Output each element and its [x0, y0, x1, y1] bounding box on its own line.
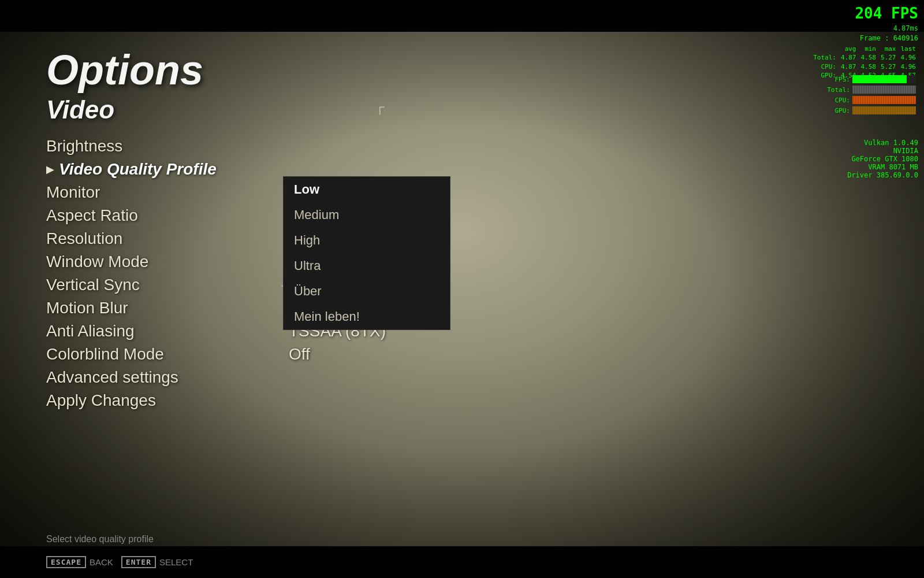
gpu-graph-row: GPU: [826, 106, 918, 114]
menu-item-brightness[interactable]: Brightness [46, 136, 924, 157]
menu-item-vertical-sync[interactable]: Vertical Sync ◀ On ▶ [46, 275, 924, 295]
window-mode-label: Window Mode [46, 253, 277, 271]
total-bar-fill [852, 86, 916, 94]
page-title: Options [46, 49, 924, 91]
vulkan-version: Vulkan 1.0.49 [847, 139, 918, 147]
gpu-graph-label: GPU: [826, 107, 850, 114]
total-graph-label: Total: [826, 86, 850, 94]
fps-graph-row: FPS: [826, 75, 918, 83]
video-quality-label: Video Quality Profile [59, 160, 290, 179]
menu-item-motion-blur[interactable]: Motion Blur [46, 298, 924, 318]
enter-hint: ENTER SELECT [121, 556, 193, 568]
colorblind-value: Off [289, 345, 310, 364]
menu-item-window-mode[interactable]: Window Mode [46, 251, 924, 272]
dropdown-option-medium[interactable]: Medium [284, 202, 450, 228]
anti-aliasing-label: Anti Aliasing [46, 322, 277, 340]
col-last: last [899, 45, 919, 53]
bottom-bar: ESCAPE BACK ENTER SELECT [0, 546, 924, 578]
col-max: max [878, 45, 899, 53]
menu-area: Options Video Brightness ▶ Video Quality… [0, 32, 924, 546]
menu-item-colorblind[interactable]: Colorblind Mode Off [46, 344, 924, 365]
menu-item-monitor[interactable]: Monitor [46, 182, 924, 203]
quality-profile-dropdown: Low Medium High Ultra Über Mein leben! [283, 176, 450, 330]
hint-area: Select video quality profile [46, 534, 154, 544]
cpu-label: CPU: [811, 62, 839, 71]
total-label: Total: [811, 53, 839, 62]
motion-blur-label: Motion Blur [46, 299, 277, 317]
gpu-brand: NVIDIA [847, 147, 918, 155]
dropdown-option-uber[interactable]: Über [284, 279, 450, 304]
resolution-label: Resolution [46, 229, 277, 248]
driver-info: Driver 385.69.0.0 [847, 171, 918, 179]
menu-item-anti-aliasing[interactable]: Anti Aliasing TSSAA (8TX) [46, 321, 924, 342]
menu-item-video-quality[interactable]: ▶ Video Quality Profile [46, 159, 924, 180]
menu-item-apply[interactable]: Apply Changes [46, 390, 924, 411]
frame-time: 4.87ms [811, 24, 918, 34]
total-bar [852, 86, 916, 94]
fps-value: 204 FPS [811, 3, 918, 24]
cpu-bar [852, 96, 916, 104]
escape-key: ESCAPE [46, 556, 86, 568]
gpu-model: GeForce GTX 1080 [847, 155, 918, 163]
section-title: Video [46, 95, 924, 124]
fps-bar [852, 75, 916, 83]
vertical-sync-label: Vertical Sync [46, 276, 277, 294]
cursor-crosshair: ┌ [375, 99, 385, 114]
dropdown-option-low[interactable]: Low [284, 177, 450, 202]
gpu-bar-fill [852, 106, 916, 114]
total-graph-row: Total: [826, 86, 918, 94]
frame-count: Frame : 640916 [811, 34, 918, 43]
aspect-ratio-label: Aspect Ratio [46, 206, 277, 225]
perf-graphs: FPS: Total: CPU: GPU: [826, 75, 918, 117]
hint-text: Select video quality profile [46, 534, 154, 544]
cpu-graph-row: CPU: [826, 96, 918, 104]
col-avg: avg [839, 45, 859, 53]
apply-label: Apply Changes [46, 391, 277, 410]
menu-item-resolution[interactable]: Resolution [46, 228, 924, 249]
select-action: SELECT [159, 557, 193, 567]
fps-graph-label: FPS: [826, 76, 850, 83]
vram-info: VRAM 8071 MB [847, 163, 918, 171]
menu-item-aspect-ratio[interactable]: Aspect Ratio [46, 205, 924, 226]
colorblind-label: Colorblind Mode [46, 345, 277, 364]
cpu-graph-label: CPU: [826, 97, 850, 104]
cpu-bar-fill [852, 96, 916, 104]
col-min: min [859, 45, 879, 53]
escape-hint: ESCAPE BACK [46, 556, 113, 568]
back-action: BACK [90, 557, 113, 567]
system-info: Vulkan 1.0.49 NVIDIA GeForce GTX 1080 VR… [847, 139, 918, 179]
dropdown-option-ultra[interactable]: Ultra [284, 253, 450, 279]
brightness-label: Brightness [46, 137, 277, 155]
monitor-label: Monitor [46, 183, 277, 202]
gpu-bar [852, 106, 916, 114]
menu-item-advanced[interactable]: Advanced settings [46, 367, 924, 388]
top-bar [0, 0, 924, 32]
fps-bar-fill [852, 75, 907, 83]
active-arrow-icon: ▶ [46, 163, 54, 176]
advanced-label: Advanced settings [46, 368, 277, 387]
enter-key: ENTER [121, 556, 156, 568]
fps-overlay: 204 FPS 4.87ms Frame : 640916 avg min ma… [811, 3, 918, 80]
dropdown-option-mein-leben[interactable]: Mein leben! [284, 304, 450, 329]
dropdown-option-high[interactable]: High [284, 228, 450, 253]
